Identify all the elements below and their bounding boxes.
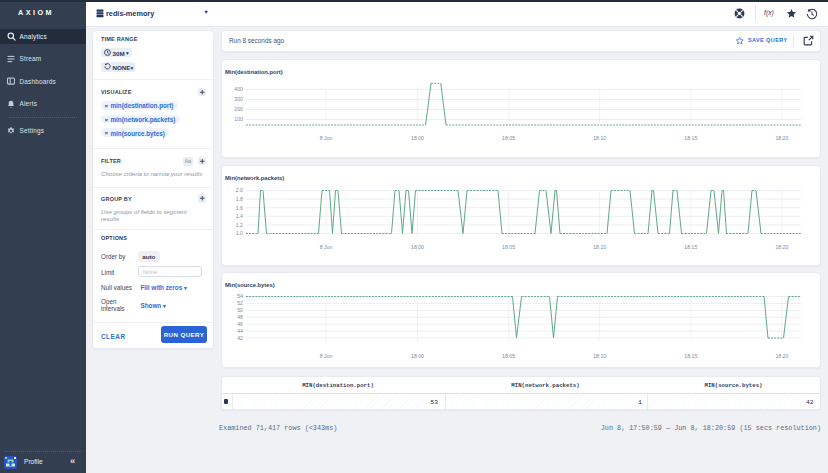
- svg-text:8 Jun: 8 Jun: [320, 135, 333, 141]
- svg-text:18:10: 18:10: [593, 135, 606, 141]
- svg-text:200: 200: [234, 106, 243, 112]
- svg-text:18:15: 18:15: [684, 135, 697, 141]
- svg-text:18:00: 18:00: [411, 135, 424, 141]
- svg-text:42: 42: [237, 335, 243, 341]
- svg-text:1.2: 1.2: [236, 221, 243, 227]
- svg-text:400: 400: [234, 86, 243, 92]
- svg-text:1.6: 1.6: [236, 204, 243, 210]
- svg-text:52: 52: [237, 300, 243, 306]
- svg-text:18:20: 18:20: [775, 353, 788, 359]
- svg-text:18:05: 18:05: [502, 244, 515, 250]
- svg-text:48: 48: [237, 314, 243, 320]
- svg-text:18:00: 18:00: [411, 353, 424, 359]
- svg-text:54: 54: [237, 293, 243, 299]
- svg-text:18:05: 18:05: [502, 135, 515, 141]
- svg-text:8 Jun: 8 Jun: [320, 244, 333, 250]
- svg-text:18:15: 18:15: [684, 244, 697, 250]
- svg-text:1.8: 1.8: [236, 195, 243, 201]
- svg-text:46: 46: [237, 321, 243, 327]
- svg-text:18:10: 18:10: [593, 244, 606, 250]
- svg-text:18:00: 18:00: [411, 244, 424, 250]
- svg-text:1.4: 1.4: [236, 213, 243, 219]
- svg-text:18:20: 18:20: [775, 135, 788, 141]
- svg-text:18:05: 18:05: [502, 353, 515, 359]
- svg-text:100: 100: [234, 116, 243, 122]
- svg-text:2.0: 2.0: [236, 187, 243, 193]
- svg-text:300: 300: [234, 96, 243, 102]
- svg-text:44: 44: [237, 328, 243, 334]
- svg-text:18:15: 18:15: [684, 353, 697, 359]
- svg-text:18:20: 18:20: [775, 244, 788, 250]
- svg-text:18:10: 18:10: [593, 353, 606, 359]
- svg-text:8 Jun: 8 Jun: [320, 353, 333, 359]
- svg-text:1.0: 1.0: [236, 230, 243, 236]
- svg-text:50: 50: [237, 307, 243, 313]
